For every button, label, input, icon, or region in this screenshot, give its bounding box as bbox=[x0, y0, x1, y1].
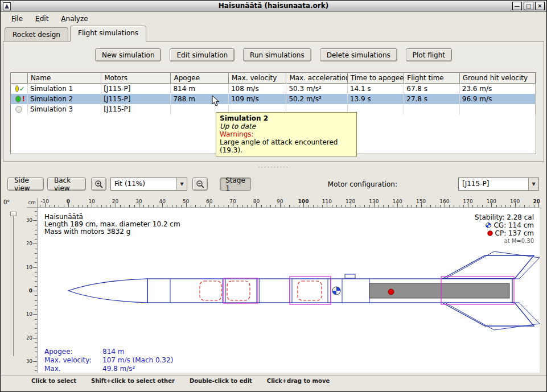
flight-info-row: Max. acceleration:49.8 m/s² bbox=[44, 365, 173, 373]
column-header[interactable] bbox=[11, 73, 28, 84]
ruler-tick bbox=[35, 352, 37, 352]
ruler-tick bbox=[501, 205, 501, 207]
ruler-label: 120 bbox=[346, 199, 355, 204]
table-cell: 14.1 s bbox=[348, 84, 404, 94]
cp-icon bbox=[487, 230, 493, 236]
close-button[interactable]: ✕ bbox=[535, 2, 545, 10]
ruler-tick bbox=[393, 205, 393, 207]
column-header[interactable]: Time to apogee bbox=[348, 73, 404, 84]
delete-simulations-button[interactable]: Delete simulations bbox=[320, 48, 397, 61]
rotation-slider-handle[interactable] bbox=[10, 212, 17, 216]
ruler-tick bbox=[308, 205, 309, 207]
ruler-label: 200 bbox=[533, 199, 540, 204]
pane-splitter[interactable]: ·········· bbox=[1, 162, 546, 172]
ruler-tick bbox=[181, 205, 182, 207]
ruler-tick bbox=[35, 347, 37, 348]
zoom-out-button[interactable] bbox=[192, 178, 208, 191]
ruler-label: -20 bbox=[27, 241, 32, 246]
minimize-button[interactable]: — bbox=[512, 2, 522, 10]
column-header[interactable]: Ground hit velocity bbox=[460, 73, 536, 84]
stability-info: Stability: 2.28 cal CG: 114 cm CP: 137 c… bbox=[475, 213, 534, 245]
tooltip-warning-text: Large angle of attack encountered (19.3)… bbox=[220, 138, 353, 154]
ruler-tick bbox=[200, 205, 200, 207]
column-header[interactable]: Apogee bbox=[171, 73, 228, 84]
ruler-tick bbox=[54, 205, 55, 207]
column-header[interactable]: Max. velocity bbox=[229, 73, 286, 84]
side-view-button[interactable]: Side view bbox=[7, 178, 44, 191]
ruler-label: 40 bbox=[159, 199, 165, 204]
flight-info-row: Max. velocity:107 m/s (Mach 0.32) bbox=[44, 356, 173, 365]
status-icon: ✓ bbox=[13, 85, 25, 92]
run-simulations-button[interactable]: Run simulations bbox=[243, 48, 311, 61]
ruler-tick bbox=[35, 300, 37, 301]
table-cell: 96.9 m/s bbox=[460, 94, 536, 104]
ruler-label: 80 bbox=[253, 199, 260, 204]
menu-analyze[interactable]: Analyze bbox=[56, 14, 93, 24]
ruler-tick bbox=[270, 205, 271, 207]
ruler-label: 130 bbox=[369, 199, 379, 204]
motor-configuration-select[interactable]: [J115-P] ▼ bbox=[458, 178, 539, 191]
column-header[interactable]: Motors bbox=[101, 73, 171, 84]
stage-1-toggle[interactable]: Stage 1 bbox=[220, 178, 251, 191]
ruler-tick bbox=[505, 205, 506, 207]
ruler-tick bbox=[35, 366, 37, 366]
ruler-tick bbox=[379, 205, 379, 207]
ruler-tick bbox=[59, 205, 59, 207]
menu-file[interactable]: File bbox=[6, 14, 28, 24]
table-row[interactable]: ✓Simulation 1[J115-P]814 m108 m/s50.3 m/… bbox=[11, 84, 536, 94]
rocket-canvas[interactable]: Haisunäätä Length 189 cm, max. diameter … bbox=[38, 208, 540, 373]
ruler-label: 30 bbox=[27, 358, 32, 364]
ruler-tick bbox=[237, 205, 238, 207]
flight-info-value: 814 m bbox=[102, 348, 124, 356]
ruler-tick bbox=[496, 205, 497, 207]
ruler-label: 20 bbox=[112, 199, 118, 204]
ruler-tick bbox=[355, 205, 356, 207]
menu-edit[interactable]: Edit bbox=[30, 14, 54, 24]
new-simulation-button[interactable]: New simulation bbox=[95, 48, 162, 61]
column-header[interactable]: Flight time bbox=[404, 73, 459, 84]
ruler-tick bbox=[242, 205, 243, 207]
horizontal-ruler: -100102030405060708090100110120130140150… bbox=[38, 198, 540, 208]
menu-bar: FileEditAnalyze bbox=[1, 13, 546, 25]
ruler-tick bbox=[214, 205, 215, 207]
maximize-button[interactable]: □ bbox=[524, 2, 533, 10]
edit-simulation-button[interactable]: Edit simulation bbox=[170, 48, 235, 61]
ruler-tick bbox=[416, 205, 417, 207]
ruler-tick bbox=[87, 205, 88, 207]
ruler-tick bbox=[134, 205, 135, 207]
ruler-tick bbox=[459, 205, 459, 207]
ruler-tick bbox=[191, 205, 191, 207]
status-hint: Double-click to edit bbox=[190, 378, 252, 384]
tab-rocket-design[interactable]: Rocket design bbox=[5, 27, 68, 42]
ruler-tick bbox=[35, 262, 37, 263]
table-row[interactable]: !Simulation 2[J115-P]788 m109 m/s50.2 m/… bbox=[11, 94, 536, 104]
table-cell: 109 m/s bbox=[229, 94, 286, 104]
zoom-select[interactable]: Fit (11%) ▼ bbox=[110, 178, 187, 191]
column-header[interactable]: Max. acceleration bbox=[286, 73, 347, 84]
tooltip-warnings-label: Warnings: bbox=[220, 130, 353, 138]
ruler-label: 110 bbox=[322, 199, 332, 204]
plot-flight-button[interactable]: Plot flight bbox=[406, 48, 452, 61]
ruler-tick bbox=[148, 205, 149, 207]
flight-info: Apogee:814 mMax. velocity:107 m/s (Mach … bbox=[44, 348, 173, 373]
ruler-tick bbox=[383, 205, 384, 207]
ruler-tick bbox=[125, 205, 125, 207]
ruler-unit-label: cm bbox=[27, 198, 38, 208]
window-title: Haisunäätä (haisunaata.ork) bbox=[1, 2, 546, 10]
column-header[interactable]: Name bbox=[28, 73, 101, 84]
ruler-tick bbox=[35, 239, 37, 240]
ruler-tick bbox=[33, 338, 37, 339]
ruler-tick bbox=[205, 205, 205, 207]
mach-condition: at M=0.30 bbox=[475, 237, 534, 245]
motor-configuration-value: [J115-P] bbox=[459, 178, 528, 190]
zoom-in-button[interactable] bbox=[91, 178, 106, 191]
ruler-tick bbox=[129, 205, 130, 207]
ruler-tick bbox=[430, 205, 431, 207]
ruler-tick bbox=[487, 205, 487, 207]
ruler-tick bbox=[83, 205, 83, 207]
ruler-tick bbox=[364, 205, 365, 207]
simulation-tooltip: Simulation 2 Up to date Warnings: Large … bbox=[216, 112, 357, 156]
tab-flight-simulations[interactable]: Flight simulations bbox=[70, 26, 146, 42]
back-view-button[interactable]: Back view bbox=[47, 178, 86, 191]
ruler-tick bbox=[176, 205, 177, 207]
